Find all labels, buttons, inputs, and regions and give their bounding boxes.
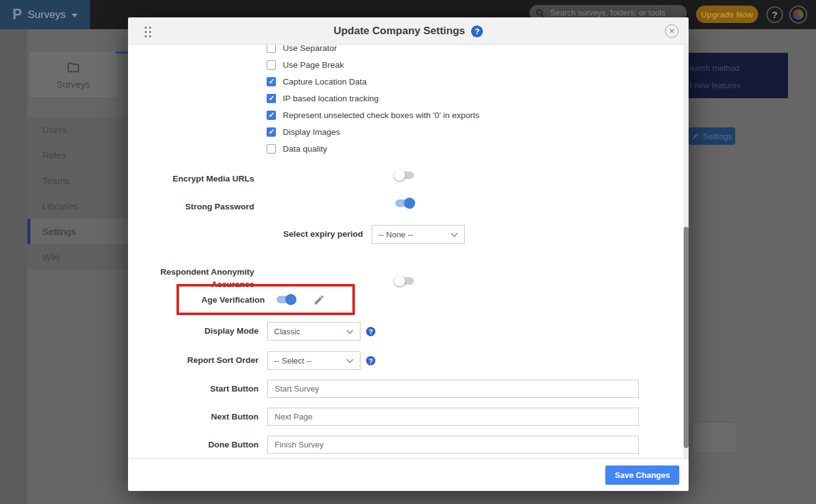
pencil-icon	[692, 132, 699, 140]
chevron-down-icon	[71, 14, 78, 17]
product-label: Surveys	[27, 9, 65, 21]
settings-button-label: Settings	[703, 132, 732, 141]
expiry-period-select[interactable]: -- None --	[372, 225, 465, 244]
modal-title-wrap: Update Company Settings ?	[128, 17, 689, 45]
display-mode-help-icon[interactable]: ?	[366, 327, 375, 336]
checkbox-row[interactable]: Data quality	[267, 140, 480, 157]
strong-password-row: Strong Password	[128, 197, 689, 209]
promo-banner: earch method t new features	[689, 53, 788, 98]
modal-scrollbar-track[interactable]	[684, 45, 689, 458]
report-sort-order-label: Report Sort Order	[128, 351, 259, 370]
checkbox-label: Represent unselected check boxes with '0…	[283, 111, 480, 120]
checkbox-row[interactable]: Capture Location Data	[267, 73, 480, 90]
upgrade-now-button[interactable]: Upgrade Now	[696, 6, 758, 23]
checkbox-label: Data quality	[283, 144, 327, 153]
banner-line: t new features	[690, 81, 741, 90]
background-card	[692, 422, 738, 453]
chevron-down-icon	[346, 356, 353, 363]
question-icon: ?	[772, 9, 777, 20]
next-button-input[interactable]	[267, 408, 639, 426]
respondent-anonymity-row: Respondent Anonymity Assurance	[128, 266, 689, 278]
save-changes-button[interactable]: Save Changes	[605, 465, 679, 485]
tab-surveys-label: Surveys	[57, 79, 90, 89]
checkbox-label: Use Page Break	[283, 60, 344, 70]
chevron-down-icon	[451, 230, 457, 237]
drag-handle-icon[interactable]	[144, 25, 152, 38]
strong-password-label: Strong Password	[128, 201, 254, 213]
checkbox[interactable]	[267, 60, 276, 70]
update-company-settings-modal: Use Separator Use Page Break Capture Loc…	[128, 17, 689, 491]
modal-header: Update Company Settings ? ✕	[128, 17, 689, 45]
checkbox-row[interactable]: IP based location tracking	[267, 90, 480, 107]
display-mode-value: Classic	[274, 327, 300, 336]
avatar-icon	[793, 9, 804, 20]
modal-title: Update Company Settings	[334, 25, 465, 37]
help-button[interactable]: ?	[766, 6, 783, 23]
brand-logo: P	[12, 6, 22, 23]
close-button[interactable]: ✕	[665, 24, 679, 38]
search-icon	[536, 9, 544, 17]
checkbox-row[interactable]: Display Images	[267, 124, 480, 140]
search-input[interactable]	[549, 7, 681, 18]
expiry-period-label: Select expiry period	[128, 225, 363, 244]
page: P Surveys Upgrade Now ? Surveys earch me…	[0, 0, 816, 504]
display-mode-row: Display Mode Classic ?	[128, 322, 689, 341]
checkbox-label: Use Separator	[283, 44, 337, 53]
modal-scrollbar-thumb[interactable]	[684, 227, 689, 448]
sidebar-item-label: Wiki	[42, 252, 60, 262]
done-button-row: Done Button	[128, 436, 689, 454]
checkbox[interactable]	[267, 94, 276, 103]
report-sort-order-select[interactable]: -- Select --	[267, 351, 360, 370]
checkbox[interactable]	[267, 77, 276, 86]
modal-footer: Save Changes	[128, 458, 689, 491]
expiry-period-row: Select expiry period -- None --	[128, 225, 689, 244]
settings-button[interactable]: Settings	[689, 127, 735, 145]
next-button-row: Next Button	[128, 408, 689, 426]
respondent-anonymity-toggle[interactable]	[394, 275, 415, 287]
sidebar-item-label: Roles	[42, 150, 66, 160]
left-rail	[0, 29, 27, 504]
banner-line: earch method	[690, 63, 740, 73]
chevron-down-icon	[346, 327, 353, 334]
edit-pencil-icon[interactable]	[313, 294, 325, 306]
active-tab-indicator	[116, 52, 128, 53]
age-verification-toggle[interactable]	[275, 293, 296, 306]
title-help-icon[interactable]: ?	[471, 25, 483, 37]
display-mode-select[interactable]: Classic	[267, 322, 360, 341]
tab-surveys[interactable]: Surveys	[29, 51, 118, 98]
encrypt-media-urls-label: Encrypt Media URLs	[128, 173, 254, 185]
product-switcher[interactable]: P Surveys	[0, 0, 90, 29]
close-icon: ✕	[669, 27, 675, 35]
folder-icon	[66, 60, 81, 74]
age-verification-label: Age Verification	[201, 295, 265, 305]
start-button-row: Start Button	[128, 380, 689, 398]
checkbox-list: Use Separator Use Page Break Capture Loc…	[267, 40, 480, 157]
checkbox-label: Display Images	[283, 127, 340, 137]
report-sort-order-row: Report Sort Order -- Select -- ?	[128, 351, 689, 370]
sidebar-item-label: Settings	[42, 226, 76, 237]
next-button-label: Next Button	[128, 408, 259, 426]
account-button[interactable]	[789, 6, 807, 24]
done-button-input[interactable]	[267, 436, 639, 454]
report-sort-order-value: -- Select --	[274, 356, 312, 365]
strong-password-toggle[interactable]	[394, 197, 415, 209]
start-button-label: Start Button	[128, 380, 259, 398]
sidebar-item-label: Teams	[42, 175, 70, 186]
sidebar-item-label: Users	[42, 124, 66, 135]
checkbox-row[interactable]: Represent unselected check boxes with '0…	[267, 107, 480, 124]
checkbox-row[interactable]: Use Page Break	[267, 57, 480, 73]
checkbox[interactable]	[267, 44, 276, 53]
encrypt-media-urls-row: Encrypt Media URLs	[128, 169, 689, 181]
checkbox-label: IP based location tracking	[283, 94, 378, 103]
checkbox-label: Capture Location Data	[283, 77, 367, 86]
expiry-period-value: -- None --	[378, 230, 413, 239]
encrypt-media-urls-toggle[interactable]	[394, 169, 415, 181]
report-sort-order-help-icon[interactable]: ?	[366, 356, 375, 365]
checkbox[interactable]	[267, 127, 276, 137]
sidebar-item-label: Libraries	[42, 201, 78, 211]
age-verification-highlight: Age Verification	[176, 284, 355, 315]
done-button-label: Done Button	[128, 436, 259, 454]
start-button-input[interactable]	[267, 380, 639, 398]
checkbox[interactable]	[267, 111, 276, 120]
checkbox[interactable]	[267, 144, 276, 153]
